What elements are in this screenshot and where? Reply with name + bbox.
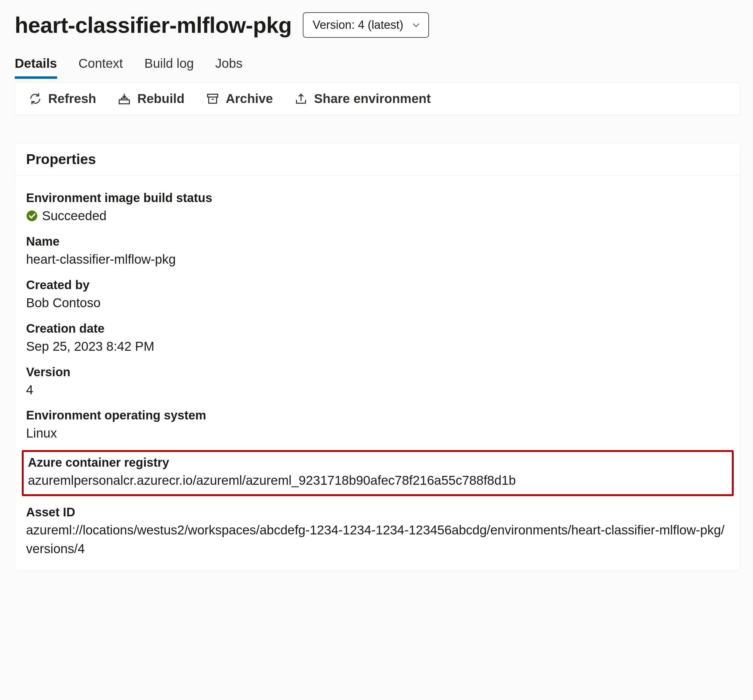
prop-os: Environment operating system Linux [26, 408, 730, 443]
build-status-value-row: Succeeded [26, 207, 730, 225]
creation-date-value: Sep 25, 2023 8:42 PM [26, 337, 730, 356]
version-value: 4 [26, 381, 730, 399]
tab-details[interactable]: Details [15, 56, 57, 79]
tab-jobs[interactable]: Jobs [216, 56, 243, 79]
page-title: heart-classifier-mlflow-pkg [15, 12, 292, 38]
prop-creation-date: Creation date Sep 25, 2023 8:42 PM [26, 322, 730, 356]
os-label: Environment operating system [26, 408, 730, 422]
share-environment-button[interactable]: Share environment [294, 91, 431, 106]
header-row: heart-classifier-mlflow-pkg Version: 4 (… [15, 12, 741, 38]
archive-button[interactable]: Archive [206, 91, 273, 106]
build-status-label: Environment image build status [26, 191, 730, 205]
created-by-value: Bob Contoso [26, 294, 730, 312]
prop-created-by: Created by Bob Contoso [26, 278, 730, 312]
asset-id-label: Asset ID [26, 505, 730, 519]
tabs: Details Context Build log Jobs [15, 56, 741, 79]
share-label: Share environment [314, 91, 431, 106]
archive-label: Archive [225, 91, 273, 106]
prop-asset-id: Asset ID azureml://locations/westus2/wor… [26, 505, 730, 558]
name-label: Name [26, 235, 730, 248]
asset-id-value: azureml://locations/westus2/workspaces/a… [26, 521, 730, 558]
created-by-label: Created by [26, 278, 730, 292]
properties-card-title: Properties [15, 143, 741, 176]
version-selector[interactable]: Version: 4 (latest) [303, 12, 429, 38]
acr-highlight-box: Azure container registry azuremlpersonal… [22, 450, 734, 496]
os-value: Linux [26, 424, 730, 443]
version-label: Version [26, 365, 730, 379]
rebuild-button[interactable]: Rebuild [117, 91, 184, 106]
prop-build-status: Environment image build status Succeeded [26, 191, 730, 225]
rebuild-label: Rebuild [137, 91, 184, 106]
refresh-icon [28, 92, 42, 106]
archive-icon [206, 92, 219, 106]
creation-date-label: Creation date [26, 322, 730, 335]
rebuild-icon [117, 92, 131, 106]
acr-label: Azure container registry [28, 456, 728, 469]
toolbar: Refresh Rebuild Archive Share environmen… [15, 83, 741, 115]
refresh-label: Refresh [48, 91, 96, 106]
svg-point-3 [27, 210, 37, 221]
prop-version: Version 4 [26, 365, 730, 399]
share-icon [294, 92, 308, 106]
name-value: heart-classifier-mlflow-pkg [26, 250, 730, 269]
acr-value: azuremlpersonalcr.azurecr.io/azureml/azu… [28, 471, 728, 490]
prop-name: Name heart-classifier-mlflow-pkg [26, 235, 730, 269]
svg-rect-1 [208, 94, 218, 97]
properties-card: Properties Environment image build statu… [15, 143, 741, 571]
success-check-icon [26, 210, 38, 222]
svg-rect-0 [119, 100, 130, 104]
chevron-down-icon [412, 21, 420, 30]
version-selector-label: Version: 4 (latest) [312, 19, 403, 31]
refresh-button[interactable]: Refresh [28, 91, 96, 106]
properties-card-body: Environment image build status Succeeded… [15, 176, 741, 571]
tab-context[interactable]: Context [78, 56, 123, 79]
build-status-value: Succeeded [42, 207, 106, 225]
prop-acr: Azure container registry azuremlpersonal… [28, 456, 728, 490]
tab-build-log[interactable]: Build log [144, 56, 194, 79]
